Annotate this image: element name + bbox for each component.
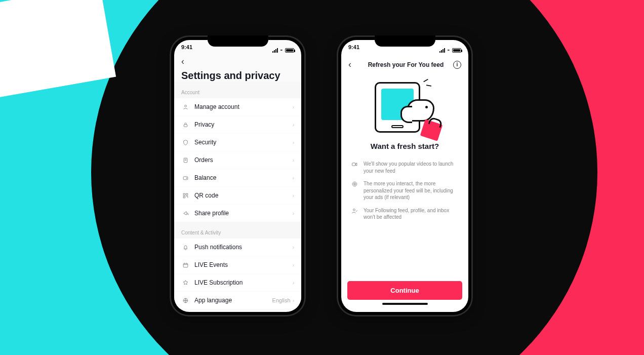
cellular-icon (439, 48, 445, 53)
chevron-right-icon: › (293, 175, 294, 181)
row-label: QR code (189, 192, 293, 199)
row-share-profile[interactable]: Share profile › (174, 204, 301, 222)
fresh-start-heading: Want a fresh start? (341, 142, 468, 150)
chevron-right-icon: › (293, 104, 294, 110)
svg-point-0 (184, 105, 186, 107)
section-label-content: Content & Activity (174, 222, 301, 239)
svg-rect-8 (183, 263, 188, 267)
phone-mockup-refresh: 9:41 ⁃ ‹ Refresh your For You feed i Wan… (337, 35, 473, 317)
calendar-icon (181, 262, 189, 268)
svg-rect-6 (186, 193, 187, 195)
chevron-right-icon: › (293, 211, 294, 216)
promo-background: 9:41 ⁃ ‹ Settings and privacy Account Ma… (0, 0, 644, 355)
row-live-subscription[interactable]: LIVE Subscription › (174, 273, 301, 291)
back-button[interactable]: ‹ (181, 56, 191, 67)
row-label: Balance (189, 174, 293, 181)
status-icons: ⁃ (439, 44, 461, 56)
row-label: Orders (189, 156, 293, 164)
wifi-icon: ⁃ (447, 47, 450, 54)
chevron-right-icon: › (293, 122, 294, 128)
page-title: Settings and privacy (181, 70, 294, 82)
svg-point-4 (186, 178, 187, 178)
chevron-right-icon: › (293, 298, 294, 303)
language-icon (181, 297, 189, 304)
lock-icon (181, 122, 189, 128)
shield-icon (181, 139, 189, 146)
bullet-text: We'll show you popular videos to launch … (364, 161, 459, 174)
cellular-icon (272, 48, 278, 53)
row-orders[interactable]: Orders › (174, 151, 301, 169)
row-label: Security (189, 139, 293, 146)
bullet-popular-videos: We'll show you popular videos to launch … (341, 157, 468, 177)
share-icon (181, 210, 189, 217)
page-title: Refresh your For You feed (368, 61, 444, 68)
chevron-right-icon: › (293, 193, 294, 199)
svg-rect-7 (183, 196, 185, 198)
row-label: App language (189, 297, 272, 304)
svg-point-14 (353, 209, 355, 211)
back-button[interactable]: ‹ (348, 59, 358, 70)
info-icon[interactable]: i (453, 61, 461, 69)
svg-rect-1 (184, 124, 187, 126)
elephant-icon (407, 99, 434, 122)
video-icon (350, 161, 358, 174)
row-label: LIVE Subscription (189, 279, 293, 286)
chevron-right-icon: › (293, 157, 294, 163)
row-value: English (272, 297, 291, 303)
bullet-text: The more you interact, the more personal… (364, 180, 459, 201)
phone-mockup-settings: 9:41 ⁃ ‹ Settings and privacy Account Ma… (170, 35, 306, 317)
row-qr-code[interactable]: QR code › (174, 186, 301, 204)
continue-button[interactable]: Continue (347, 281, 462, 300)
refresh-illustration (365, 77, 446, 138)
target-icon (350, 180, 358, 201)
row-balance[interactable]: Balance › (174, 169, 301, 186)
row-label: Privacy (189, 121, 293, 128)
row-security[interactable]: Security › (174, 133, 301, 151)
settings-screen: 9:41 ⁃ ‹ Settings and privacy Account Ma… (174, 40, 301, 312)
svg-point-13 (354, 184, 354, 184)
shopping-bag-icon (420, 119, 442, 141)
bullet-text: Your Following feed, profile, and inbox … (364, 207, 459, 221)
refresh-screen: 9:41 ⁃ ‹ Refresh your For You feed i Wan… (341, 40, 468, 312)
person-check-icon (350, 207, 358, 221)
star-icon (181, 280, 189, 286)
chevron-right-icon: › (293, 262, 294, 268)
row-label: Share profile (189, 210, 293, 217)
receipt-icon (181, 157, 189, 164)
person-icon (181, 104, 189, 110)
qr-icon (181, 192, 189, 199)
status-time: 9:41 (181, 44, 192, 56)
section-label-account: Account (174, 82, 301, 98)
bullet-unaffected: Your Following feed, profile, and inbox … (341, 204, 468, 224)
bullet-personalization: The more you interact, the more personal… (341, 177, 468, 204)
status-time: 9:41 (348, 44, 359, 56)
status-icons: ⁃ (272, 44, 294, 56)
phone-notch (208, 35, 268, 47)
row-live-events[interactable]: LIVE Events › (174, 256, 301, 273)
battery-icon (452, 48, 461, 53)
svg-rect-10 (352, 163, 355, 166)
chevron-right-icon: › (293, 280, 294, 286)
phone-notch (375, 35, 435, 47)
svg-rect-5 (183, 193, 185, 195)
chevron-right-icon: › (293, 245, 294, 250)
home-indicator (382, 303, 428, 305)
bell-icon (181, 244, 189, 251)
row-app-language[interactable]: App language English › (174, 291, 301, 309)
row-privacy[interactable]: Privacy › (174, 115, 301, 133)
row-push-notifications[interactable]: Push notifications › (174, 239, 301, 256)
row-label: Manage account (189, 103, 293, 110)
wallet-icon (181, 175, 189, 181)
battery-icon (285, 48, 294, 53)
row-label: LIVE Events (189, 261, 293, 268)
chevron-right-icon: › (293, 140, 294, 145)
row-label: Push notifications (189, 244, 293, 251)
wifi-icon: ⁃ (280, 47, 283, 54)
row-manage-account[interactable]: Manage account › (174, 98, 301, 115)
